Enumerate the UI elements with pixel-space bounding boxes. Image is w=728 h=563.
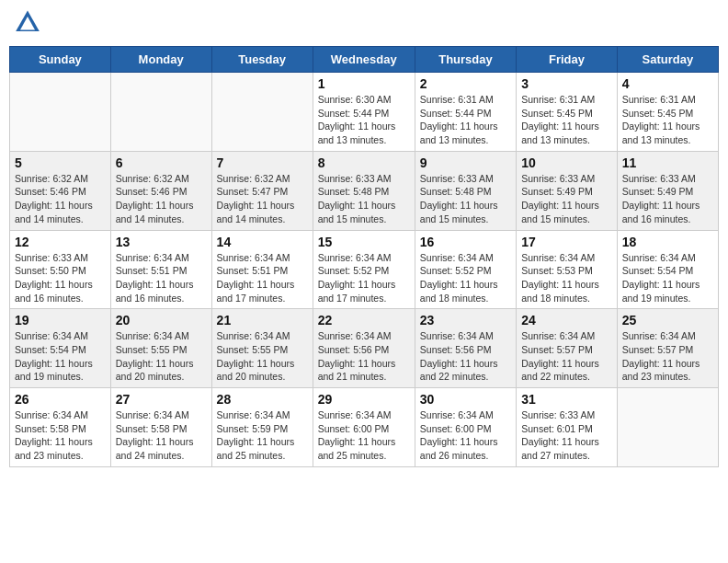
day-number: 16 xyxy=(420,235,511,249)
day-cell: 1Sunrise: 6:30 AM Sunset: 5:44 PM Daylig… xyxy=(313,73,415,152)
day-number: 9 xyxy=(420,155,511,170)
day-header-saturday: Saturday xyxy=(617,47,718,73)
day-cell: 3Sunrise: 6:31 AM Sunset: 5:45 PM Daylig… xyxy=(517,73,618,152)
week-row-1: 1Sunrise: 6:30 AM Sunset: 5:44 PM Daylig… xyxy=(10,73,719,152)
day-number: 4 xyxy=(622,76,713,91)
day-info: Sunrise: 6:34 AM Sunset: 5:58 PM Dayligh… xyxy=(15,408,106,463)
day-number: 11 xyxy=(622,155,713,170)
day-cell: 18Sunrise: 6:34 AM Sunset: 5:54 PM Dayli… xyxy=(617,230,718,309)
day-info: Sunrise: 6:31 AM Sunset: 5:45 PM Dayligh… xyxy=(521,93,612,147)
day-cell: 31Sunrise: 6:33 AM Sunset: 6:01 PM Dayli… xyxy=(517,388,618,467)
day-info: Sunrise: 6:34 AM Sunset: 5:52 PM Dayligh… xyxy=(420,251,511,305)
day-info: Sunrise: 6:33 AM Sunset: 5:48 PM Dayligh… xyxy=(318,172,410,226)
day-info: Sunrise: 6:32 AM Sunset: 5:47 PM Dayligh… xyxy=(217,172,308,226)
day-cell xyxy=(211,73,313,152)
page-header xyxy=(9,9,719,39)
day-number: 30 xyxy=(420,392,511,407)
week-row-5: 26Sunrise: 6:34 AM Sunset: 5:58 PM Dayli… xyxy=(10,388,719,467)
day-info: Sunrise: 6:31 AM Sunset: 5:45 PM Dayligh… xyxy=(622,93,713,147)
calendar-header-row: SundayMondayTuesdayWednesdayThursdayFrid… xyxy=(10,47,719,73)
day-cell: 22Sunrise: 6:34 AM Sunset: 5:56 PM Dayli… xyxy=(313,309,415,388)
day-number: 1 xyxy=(318,76,410,91)
day-number: 6 xyxy=(116,155,207,170)
day-cell: 20Sunrise: 6:34 AM Sunset: 5:55 PM Dayli… xyxy=(110,309,211,388)
day-info: Sunrise: 6:33 AM Sunset: 5:49 PM Dayligh… xyxy=(521,172,612,226)
day-number: 19 xyxy=(15,313,106,327)
day-cell: 21Sunrise: 6:34 AM Sunset: 5:55 PM Dayli… xyxy=(211,309,313,388)
day-cell: 28Sunrise: 6:34 AM Sunset: 5:59 PM Dayli… xyxy=(211,388,313,467)
day-number: 24 xyxy=(521,313,612,327)
day-info: Sunrise: 6:34 AM Sunset: 6:00 PM Dayligh… xyxy=(420,408,511,463)
day-info: Sunrise: 6:34 AM Sunset: 5:56 PM Dayligh… xyxy=(318,329,410,384)
day-number: 22 xyxy=(318,313,410,327)
day-header-thursday: Thursday xyxy=(415,47,516,73)
day-info: Sunrise: 6:34 AM Sunset: 5:59 PM Dayligh… xyxy=(217,408,308,463)
day-cell: 11Sunrise: 6:33 AM Sunset: 5:49 PM Dayli… xyxy=(617,151,718,230)
logo-icon xyxy=(13,9,42,39)
week-row-4: 19Sunrise: 6:34 AM Sunset: 5:54 PM Dayli… xyxy=(10,309,719,388)
day-header-sunday: Sunday xyxy=(10,47,111,73)
day-number: 10 xyxy=(521,155,612,170)
day-number: 23 xyxy=(420,313,511,327)
day-info: Sunrise: 6:34 AM Sunset: 5:57 PM Dayligh… xyxy=(622,329,713,384)
day-header-tuesday: Tuesday xyxy=(211,47,313,73)
day-cell: 17Sunrise: 6:34 AM Sunset: 5:53 PM Dayli… xyxy=(517,230,618,309)
day-cell: 27Sunrise: 6:34 AM Sunset: 5:58 PM Dayli… xyxy=(110,388,211,467)
day-info: Sunrise: 6:33 AM Sunset: 5:49 PM Dayligh… xyxy=(622,172,713,226)
day-number: 25 xyxy=(622,313,713,327)
day-info: Sunrise: 6:33 AM Sunset: 5:48 PM Dayligh… xyxy=(420,172,511,226)
day-cell: 10Sunrise: 6:33 AM Sunset: 5:49 PM Dayli… xyxy=(517,151,618,230)
day-number: 26 xyxy=(15,392,106,407)
day-info: Sunrise: 6:33 AM Sunset: 5:50 PM Dayligh… xyxy=(15,251,106,305)
day-cell: 7Sunrise: 6:32 AM Sunset: 5:47 PM Daylig… xyxy=(211,151,313,230)
day-number: 8 xyxy=(318,155,410,170)
day-number: 31 xyxy=(521,392,612,407)
day-info: Sunrise: 6:34 AM Sunset: 5:56 PM Dayligh… xyxy=(420,329,511,384)
day-info: Sunrise: 6:34 AM Sunset: 5:51 PM Dayligh… xyxy=(217,251,308,305)
day-number: 21 xyxy=(217,313,308,327)
day-number: 17 xyxy=(521,235,612,249)
day-number: 20 xyxy=(116,313,207,327)
day-info: Sunrise: 6:34 AM Sunset: 5:57 PM Dayligh… xyxy=(521,329,612,384)
day-cell: 8Sunrise: 6:33 AM Sunset: 5:48 PM Daylig… xyxy=(313,151,415,230)
day-info: Sunrise: 6:33 AM Sunset: 6:01 PM Dayligh… xyxy=(521,408,612,463)
day-info: Sunrise: 6:34 AM Sunset: 5:55 PM Dayligh… xyxy=(116,329,207,384)
day-cell: 24Sunrise: 6:34 AM Sunset: 5:57 PM Dayli… xyxy=(517,309,618,388)
day-cell xyxy=(110,73,211,152)
day-cell: 13Sunrise: 6:34 AM Sunset: 5:51 PM Dayli… xyxy=(110,230,211,309)
day-info: Sunrise: 6:34 AM Sunset: 5:53 PM Dayligh… xyxy=(521,251,612,305)
day-cell: 29Sunrise: 6:34 AM Sunset: 6:00 PM Dayli… xyxy=(313,388,415,467)
day-cell: 19Sunrise: 6:34 AM Sunset: 5:54 PM Dayli… xyxy=(10,309,111,388)
day-cell: 12Sunrise: 6:33 AM Sunset: 5:50 PM Dayli… xyxy=(10,230,111,309)
calendar-table: SundayMondayTuesdayWednesdayThursdayFrid… xyxy=(9,46,719,467)
day-cell: 25Sunrise: 6:34 AM Sunset: 5:57 PM Dayli… xyxy=(617,309,718,388)
day-info: Sunrise: 6:31 AM Sunset: 5:44 PM Dayligh… xyxy=(420,93,511,147)
day-cell: 6Sunrise: 6:32 AM Sunset: 5:46 PM Daylig… xyxy=(110,151,211,230)
day-info: Sunrise: 6:32 AM Sunset: 5:46 PM Dayligh… xyxy=(116,172,207,226)
day-number: 29 xyxy=(318,392,410,407)
day-cell: 26Sunrise: 6:34 AM Sunset: 5:58 PM Dayli… xyxy=(10,388,111,467)
day-cell: 15Sunrise: 6:34 AM Sunset: 5:52 PM Dayli… xyxy=(313,230,415,309)
day-cell: 2Sunrise: 6:31 AM Sunset: 5:44 PM Daylig… xyxy=(415,73,516,152)
day-info: Sunrise: 6:30 AM Sunset: 5:44 PM Dayligh… xyxy=(318,93,410,147)
day-info: Sunrise: 6:32 AM Sunset: 5:46 PM Dayligh… xyxy=(15,172,106,226)
day-header-friday: Friday xyxy=(517,47,618,73)
day-number: 14 xyxy=(217,235,308,249)
day-number: 12 xyxy=(15,235,106,249)
day-number: 3 xyxy=(521,76,612,91)
week-row-2: 5Sunrise: 6:32 AM Sunset: 5:46 PM Daylig… xyxy=(10,151,719,230)
day-cell: 30Sunrise: 6:34 AM Sunset: 6:00 PM Dayli… xyxy=(415,388,516,467)
day-info: Sunrise: 6:34 AM Sunset: 5:55 PM Dayligh… xyxy=(217,329,308,384)
day-cell: 4Sunrise: 6:31 AM Sunset: 5:45 PM Daylig… xyxy=(617,73,718,152)
logo xyxy=(13,9,46,39)
day-number: 15 xyxy=(318,235,410,249)
day-info: Sunrise: 6:34 AM Sunset: 6:00 PM Dayligh… xyxy=(318,408,410,463)
day-cell: 14Sunrise: 6:34 AM Sunset: 5:51 PM Dayli… xyxy=(211,230,313,309)
week-row-3: 12Sunrise: 6:33 AM Sunset: 5:50 PM Dayli… xyxy=(10,230,719,309)
day-header-monday: Monday xyxy=(110,47,211,73)
day-header-wednesday: Wednesday xyxy=(313,47,415,73)
day-cell: 23Sunrise: 6:34 AM Sunset: 5:56 PM Dayli… xyxy=(415,309,516,388)
day-info: Sunrise: 6:34 AM Sunset: 5:51 PM Dayligh… xyxy=(116,251,207,305)
day-number: 13 xyxy=(116,235,207,249)
day-number: 28 xyxy=(217,392,308,407)
